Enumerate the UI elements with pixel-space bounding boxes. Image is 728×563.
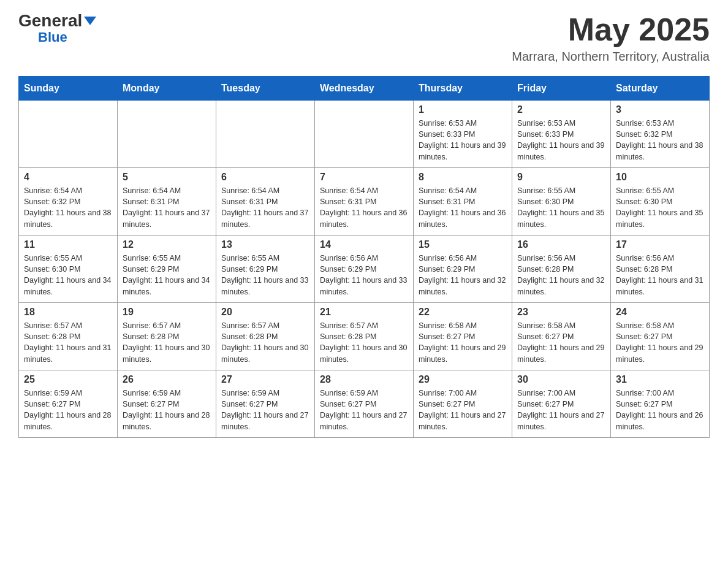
- day-number: 5: [123, 172, 211, 183]
- day-number: 24: [616, 307, 704, 318]
- calendar-cell: 9Sunrise: 6:55 AM Sunset: 6:30 PM Daylig…: [512, 168, 611, 236]
- day-info: Sunrise: 6:57 AM Sunset: 6:28 PM Dayligh…: [24, 320, 112, 365]
- title-section: May 2025 Marrara, Northern Territory, Au…: [512, 12, 710, 64]
- day-info: Sunrise: 6:59 AM Sunset: 6:27 PM Dayligh…: [320, 388, 408, 432]
- header-day-sunday: Sunday: [19, 77, 118, 101]
- day-number: 8: [419, 172, 507, 183]
- calendar-cell: 29Sunrise: 7:00 AM Sunset: 6:27 PM Dayli…: [414, 370, 512, 438]
- calendar-cell: 7Sunrise: 6:54 AM Sunset: 6:31 PM Daylig…: [315, 168, 414, 236]
- day-info: Sunrise: 6:54 AM Sunset: 6:31 PM Dayligh…: [221, 185, 309, 230]
- header-day-thursday: Thursday: [414, 77, 512, 101]
- calendar-cell: 10Sunrise: 6:55 AM Sunset: 6:30 PM Dayli…: [611, 168, 710, 236]
- calendar-cell: 30Sunrise: 7:00 AM Sunset: 6:27 PM Dayli…: [512, 370, 611, 438]
- day-number: 18: [24, 307, 112, 318]
- day-number: 31: [616, 374, 704, 385]
- day-number: 30: [517, 374, 605, 385]
- calendar-cell: 28Sunrise: 6:59 AM Sunset: 6:27 PM Dayli…: [315, 370, 414, 438]
- calendar-cell: [315, 101, 414, 168]
- calendar-week-5: 25Sunrise: 6:59 AM Sunset: 6:27 PM Dayli…: [19, 370, 710, 438]
- calendar-cell: 27Sunrise: 6:59 AM Sunset: 6:27 PM Dayli…: [216, 370, 315, 438]
- calendar-cell: 16Sunrise: 6:56 AM Sunset: 6:28 PM Dayli…: [512, 236, 611, 303]
- day-info: Sunrise: 6:55 AM Sunset: 6:29 PM Dayligh…: [221, 253, 309, 297]
- day-number: 26: [123, 374, 211, 385]
- day-info: Sunrise: 6:56 AM Sunset: 6:29 PM Dayligh…: [320, 253, 408, 297]
- header-day-wednesday: Wednesday: [315, 77, 414, 101]
- calendar-cell: [19, 101, 118, 168]
- day-info: Sunrise: 6:53 AM Sunset: 6:32 PM Dayligh…: [616, 118, 704, 163]
- day-info: Sunrise: 7:00 AM Sunset: 6:27 PM Dayligh…: [517, 388, 605, 432]
- day-number: 10: [616, 172, 704, 183]
- day-number: 25: [24, 374, 112, 385]
- day-number: 16: [517, 239, 605, 250]
- day-number: 29: [419, 374, 507, 385]
- day-number: 6: [221, 172, 309, 183]
- calendar-cell: 26Sunrise: 6:59 AM Sunset: 6:27 PM Dayli…: [118, 370, 216, 438]
- calendar-cell: 11Sunrise: 6:55 AM Sunset: 6:30 PM Dayli…: [19, 236, 118, 303]
- day-info: Sunrise: 6:57 AM Sunset: 6:28 PM Dayligh…: [221, 320, 309, 365]
- calendar-cell: 8Sunrise: 6:54 AM Sunset: 6:31 PM Daylig…: [414, 168, 512, 236]
- calendar-cell: 2Sunrise: 6:53 AM Sunset: 6:33 PM Daylig…: [512, 101, 611, 168]
- header-day-tuesday: Tuesday: [216, 77, 315, 101]
- month-title: May 2025: [512, 12, 710, 47]
- day-info: Sunrise: 6:57 AM Sunset: 6:28 PM Dayligh…: [320, 320, 408, 365]
- day-info: Sunrise: 6:55 AM Sunset: 6:30 PM Dayligh…: [616, 185, 704, 230]
- calendar-header-row: SundayMondayTuesdayWednesdayThursdayFrid…: [19, 77, 710, 101]
- header-day-monday: Monday: [118, 77, 216, 101]
- calendar-cell: 15Sunrise: 6:56 AM Sunset: 6:29 PM Dayli…: [414, 236, 512, 303]
- calendar-cell: 14Sunrise: 6:56 AM Sunset: 6:29 PM Dayli…: [315, 236, 414, 303]
- day-info: Sunrise: 6:56 AM Sunset: 6:28 PM Dayligh…: [616, 253, 704, 297]
- day-info: Sunrise: 6:53 AM Sunset: 6:33 PM Dayligh…: [517, 118, 605, 163]
- day-info: Sunrise: 6:58 AM Sunset: 6:27 PM Dayligh…: [517, 320, 605, 365]
- calendar-week-1: 1Sunrise: 6:53 AM Sunset: 6:33 PM Daylig…: [19, 101, 710, 168]
- day-number: 1: [419, 104, 507, 115]
- day-number: 14: [320, 239, 408, 250]
- day-info: Sunrise: 6:54 AM Sunset: 6:31 PM Dayligh…: [320, 185, 408, 230]
- calendar-cell: 3Sunrise: 6:53 AM Sunset: 6:32 PM Daylig…: [611, 101, 710, 168]
- day-info: Sunrise: 6:59 AM Sunset: 6:27 PM Dayligh…: [123, 388, 211, 432]
- calendar-cell: 19Sunrise: 6:57 AM Sunset: 6:28 PM Dayli…: [118, 303, 216, 370]
- day-info: Sunrise: 6:54 AM Sunset: 6:31 PM Dayligh…: [123, 185, 211, 230]
- day-info: Sunrise: 6:56 AM Sunset: 6:28 PM Dayligh…: [517, 253, 605, 297]
- day-info: Sunrise: 6:59 AM Sunset: 6:27 PM Dayligh…: [24, 388, 112, 432]
- day-info: Sunrise: 6:58 AM Sunset: 6:27 PM Dayligh…: [419, 320, 507, 365]
- day-info: Sunrise: 6:54 AM Sunset: 6:31 PM Dayligh…: [419, 185, 507, 230]
- day-number: 22: [419, 307, 507, 318]
- calendar-cell: 4Sunrise: 6:54 AM Sunset: 6:32 PM Daylig…: [19, 168, 118, 236]
- day-number: 3: [616, 104, 704, 115]
- logo-triangle-icon: [84, 17, 96, 25]
- calendar-cell: [118, 101, 216, 168]
- calendar-cell: 25Sunrise: 6:59 AM Sunset: 6:27 PM Dayli…: [19, 370, 118, 438]
- header-day-saturday: Saturday: [611, 77, 710, 101]
- day-info: Sunrise: 6:57 AM Sunset: 6:28 PM Dayligh…: [123, 320, 211, 365]
- calendar-cell: 1Sunrise: 6:53 AM Sunset: 6:33 PM Daylig…: [414, 101, 512, 168]
- day-number: 15: [419, 239, 507, 250]
- day-number: 7: [320, 172, 408, 183]
- day-number: 20: [221, 307, 309, 318]
- logo: General Blue: [18, 12, 96, 45]
- calendar-cell: 31Sunrise: 7:00 AM Sunset: 6:27 PM Dayli…: [611, 370, 710, 438]
- day-number: 27: [221, 374, 309, 385]
- calendar-cell: 18Sunrise: 6:57 AM Sunset: 6:28 PM Dayli…: [19, 303, 118, 370]
- day-info: Sunrise: 7:00 AM Sunset: 6:27 PM Dayligh…: [616, 388, 704, 432]
- day-number: 2: [517, 104, 605, 115]
- day-number: 21: [320, 307, 408, 318]
- day-number: 28: [320, 374, 408, 385]
- calendar-cell: 23Sunrise: 6:58 AM Sunset: 6:27 PM Dayli…: [512, 303, 611, 370]
- day-info: Sunrise: 6:53 AM Sunset: 6:33 PM Dayligh…: [419, 118, 507, 163]
- calendar-cell: 13Sunrise: 6:55 AM Sunset: 6:29 PM Dayli…: [216, 236, 315, 303]
- day-number: 4: [24, 172, 112, 183]
- day-info: Sunrise: 6:59 AM Sunset: 6:27 PM Dayligh…: [221, 388, 309, 432]
- calendar-cell: 5Sunrise: 6:54 AM Sunset: 6:31 PM Daylig…: [118, 168, 216, 236]
- day-number: 19: [123, 307, 211, 318]
- logo-blue-text: Blue: [38, 29, 67, 45]
- day-number: 13: [221, 239, 309, 250]
- day-info: Sunrise: 6:56 AM Sunset: 6:29 PM Dayligh…: [419, 253, 507, 297]
- calendar-cell: 24Sunrise: 6:58 AM Sunset: 6:27 PM Dayli…: [611, 303, 710, 370]
- calendar-week-2: 4Sunrise: 6:54 AM Sunset: 6:32 PM Daylig…: [19, 168, 710, 236]
- day-info: Sunrise: 6:55 AM Sunset: 6:29 PM Dayligh…: [123, 253, 211, 297]
- day-number: 12: [123, 239, 211, 250]
- day-info: Sunrise: 6:55 AM Sunset: 6:30 PM Dayligh…: [517, 185, 605, 230]
- logo-general-text: General: [18, 12, 96, 29]
- calendar-cell: 12Sunrise: 6:55 AM Sunset: 6:29 PM Dayli…: [118, 236, 216, 303]
- day-number: 9: [517, 172, 605, 183]
